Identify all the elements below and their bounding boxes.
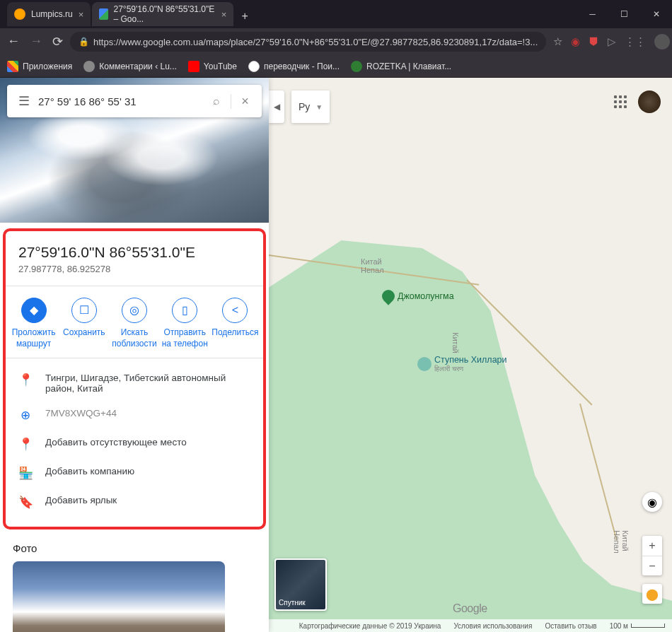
share-button[interactable]: < Поделиться — [210, 298, 260, 349]
share-icon: < — [222, 298, 248, 323]
close-icon[interactable]: × — [221, 9, 227, 20]
browser-titlebar: Lumpics.ru × 27°59'16.0"N 86°55'31.0"E –… — [0, 0, 672, 28]
favicon-gmaps — [99, 8, 108, 20]
pluscode-icon: ⊕ — [18, 408, 33, 423]
clear-icon[interactable]: × — [231, 94, 259, 109]
nearby-icon: ◎ — [122, 298, 147, 323]
divider — [6, 358, 263, 358]
window-controls: ─ ☐ ✕ — [577, 4, 672, 25]
add-label-row[interactable]: 🔖 Добавить ярлык — [6, 488, 263, 517]
map-poi[interactable]: Ступень Хиллари हिलारी चरण — [417, 355, 507, 373]
reload-button[interactable]: ⟳ — [52, 34, 63, 49]
zoom-controls: + − — [642, 536, 662, 575]
bookmarks-bar: Приложения Комментарии ‹ Lu... YouTube п… — [0, 55, 672, 78]
url-input[interactable]: 🔒 https://www.google.com.ua/maps/place/2… — [70, 32, 546, 52]
send-to-phone-button[interactable]: ▯ Отправить на телефон — [160, 298, 210, 349]
browser-addressbar: ← → ⟳ 🔒 https://www.google.com.ua/maps/p… — [0, 28, 672, 55]
directions-icon: ◆ — [21, 298, 47, 323]
map-footer: Картографические данные © 2019 Украина У… — [269, 619, 672, 632]
ext-icon[interactable]: ▷ — [608, 35, 616, 48]
satellite-label: Спутник — [279, 599, 306, 607]
pluscode-text: 7MV8XWQG+44 — [45, 408, 117, 419]
poi-label: Ступень Хиллари — [434, 355, 507, 365]
menu-icon[interactable]: ☰ — [10, 93, 38, 109]
collapse-panel-button[interactable]: ◀ — [269, 90, 284, 123]
action-label: Отправить на телефон — [160, 327, 210, 349]
extension-icons: ☆ ◉ ⛊ ▷ ⋮⋮ ⋮ — [553, 34, 672, 49]
nearby-button[interactable]: ◎ Искать поблизости — [109, 298, 159, 349]
bookmark-item[interactable]: переводчик - Пои... — [248, 61, 340, 72]
country-label: Непал — [613, 530, 621, 554]
country-label: Непал — [361, 266, 384, 274]
bookmark-label: YouTube — [204, 62, 237, 71]
directions-button[interactable]: ◆ Проложить маршрут — [8, 298, 59, 349]
google-apps-icon[interactable] — [614, 95, 627, 108]
add-business-row[interactable]: 🏪 Добавить компанию — [6, 459, 263, 488]
photo-card[interactable]: Фото — [13, 561, 225, 632]
forward-button[interactable]: → — [30, 34, 42, 49]
apps-icon — [7, 61, 18, 72]
map-canvas[interactable]: ◀ Ру ▼ Китай Непал Китай Китай Непал Джо… — [269, 78, 672, 632]
action-label: Искать поблизости — [109, 327, 159, 349]
maximize-button[interactable]: ☐ — [608, 4, 640, 25]
photos-heading: Фото — [13, 542, 256, 554]
favicon-lumpics — [14, 8, 25, 20]
browser-tab-2[interactable]: 27°59'16.0"N 86°55'31.0"E – Goo... × — [92, 2, 233, 26]
bookmark-item[interactable]: YouTube — [188, 61, 237, 72]
zoom-in-button[interactable]: + — [642, 536, 662, 556]
poi-pin-icon — [379, 287, 397, 305]
nav-buttons: ← → ⟳ — [7, 34, 63, 49]
bookmark-item[interactable]: ROZETKA | Клавиат... — [351, 61, 451, 72]
map-road — [579, 404, 618, 541]
country-label: Китай — [451, 332, 460, 353]
browser-tab-1[interactable]: Lumpics.ru × — [7, 2, 91, 26]
google-logo: Google — [453, 602, 487, 615]
scale-bar — [631, 624, 665, 628]
top-right-controls — [614, 90, 661, 113]
place-coordinates: 27.987778, 86.925278 — [18, 264, 250, 274]
satellite-toggle[interactable]: Спутник — [274, 558, 327, 611]
search-input[interactable] — [38, 95, 202, 107]
row-text: Добавить отсутствующее место — [45, 437, 187, 447]
poi-sublabel: हिलारी चरण — [434, 365, 507, 373]
terms-link[interactable]: Условия использования — [453, 622, 532, 630]
bookmark-item[interactable]: Комментарии ‹ Lu... — [83, 61, 177, 72]
address-row[interactable]: 📍 Тингри, Шигадзе, Тибетский автономный … — [6, 365, 263, 401]
tab-label: Lumpics.ru — [31, 9, 73, 19]
feedback-link[interactable]: Оставить отзыв — [545, 622, 596, 630]
profile-avatar[interactable] — [654, 34, 670, 49]
zoom-out-button[interactable]: − — [642, 556, 662, 575]
highlighted-region: 27°59'16.0"N 86°55'31.0"E 27.987778, 86.… — [3, 228, 266, 529]
star-icon[interactable]: ☆ — [553, 35, 562, 48]
close-button[interactable]: ✕ — [640, 4, 672, 25]
add-place-row[interactable]: 📍 Добавить отсутствующее место — [6, 430, 263, 459]
side-panel: ☰ ⌕ × 27°59'16.0"N 86°55'31.0"E 27.98777… — [0, 78, 269, 632]
apps-shortcut[interactable]: Приложения — [7, 61, 72, 72]
search-icon[interactable]: ⌕ — [202, 95, 231, 107]
browser-tabs: Lumpics.ru × 27°59'16.0"N 86°55'31.0"E –… — [7, 2, 577, 26]
attribution-text[interactable]: Картографические данные © 2019 Украина — [299, 622, 441, 630]
action-row: ◆ Проложить маршрут ☐ Сохранить ◎ Искать… — [6, 289, 263, 355]
ext-icon[interactable]: ⛊ — [589, 36, 599, 48]
minimize-button[interactable]: ─ — [577, 4, 608, 25]
url-text: https://www.google.com.ua/maps/place/27°… — [93, 37, 538, 47]
rozetka-icon — [351, 61, 362, 72]
language-label: Ру — [299, 101, 310, 112]
new-tab-button[interactable]: + — [235, 6, 255, 26]
ext-icon[interactable]: ⋮⋮ — [625, 35, 646, 48]
compass-button[interactable]: ◉ — [642, 492, 662, 512]
streetview-pegman[interactable]: ⬤ — [642, 584, 662, 604]
back-button[interactable]: ← — [7, 34, 20, 49]
country-label: Китай — [361, 257, 382, 266]
chevron-down-icon: ▼ — [315, 103, 323, 111]
panel-header: 27°59'16.0"N 86°55'31.0"E 27.987778, 86.… — [6, 237, 263, 283]
add-place-icon: 📍 — [18, 437, 33, 452]
map-poi[interactable]: Джомолунгма — [382, 290, 454, 303]
save-button[interactable]: ☐ Сохранить — [59, 298, 109, 349]
account-avatar[interactable] — [638, 90, 661, 113]
ext-icon[interactable]: ◉ — [571, 35, 580, 48]
search-box: ☰ ⌕ × — [7, 85, 262, 117]
pluscode-row[interactable]: ⊕ 7MV8XWQG+44 — [6, 401, 263, 430]
language-selector[interactable]: Ру ▼ — [291, 90, 330, 123]
close-icon[interactable]: × — [79, 9, 84, 20]
